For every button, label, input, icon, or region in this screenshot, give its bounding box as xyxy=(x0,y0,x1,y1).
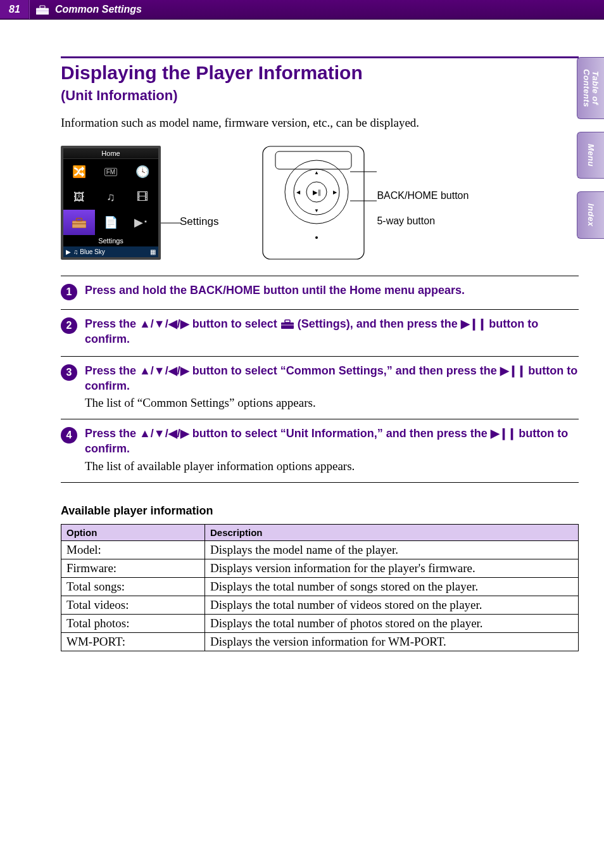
table-row: Total videos:Displays the total number o… xyxy=(61,596,579,614)
step-number: 3 xyxy=(61,364,77,381)
video-icon: 🎞 xyxy=(127,184,158,210)
option-cell: Model: xyxy=(61,540,205,559)
step: 4Press the ▲/▼/◀/▶ button to select “Uni… xyxy=(61,419,579,483)
svg-text:◀: ◀ xyxy=(296,189,301,195)
device-screen-illustration: Home 🔀 FM 🕓 🖼 ♫ 🎞 📄 xyxy=(61,146,161,260)
description-cell: Displays the total number of photos stor… xyxy=(205,614,579,632)
title-rule xyxy=(61,56,579,58)
step-instruction: Press the ▲/▼/◀/▶ button to select (Sett… xyxy=(85,316,579,347)
playlist-icon: 📄 xyxy=(95,210,127,235)
now-playing-track: ♫ Blue Sky xyxy=(73,248,105,255)
direction-buttons-icon: ▲/▼/◀/▶ xyxy=(139,427,189,440)
shuffle-icon: 🔀 xyxy=(63,159,95,184)
nowplaying-icon: ▶⠂ xyxy=(127,210,158,235)
music-icon: ♫ xyxy=(95,184,127,210)
option-cell: WM-PORT: xyxy=(61,632,205,651)
info-table: Option Description Model:Displays the mo… xyxy=(61,524,579,651)
play-pause-icon: ▶ ❙❙ xyxy=(491,427,516,440)
svg-rect-1 xyxy=(40,6,45,8)
table-header-description: Description xyxy=(205,524,579,540)
step: 1Press and hold the BACK/HOME button unt… xyxy=(61,276,579,309)
fm-icon: FM xyxy=(95,159,127,184)
svg-text:▶: ▶ xyxy=(333,189,337,195)
play-pause-icon: ▶ ❙❙ xyxy=(461,317,486,330)
screen-bottom-label: Settings xyxy=(63,235,158,246)
intro-text: Information such as model name, firmware… xyxy=(61,116,579,130)
figure-row: Home 🔀 FM 🕓 🖼 ♫ 🎞 📄 xyxy=(61,143,579,263)
toolbox-icon xyxy=(280,319,294,329)
info-table-body: Model:Displays the model name of the pla… xyxy=(61,540,579,651)
back-home-label: BACK/HOME button xyxy=(377,189,469,203)
option-cell: Total songs: xyxy=(61,577,205,596)
screen-top-label: Home xyxy=(63,148,158,159)
step-result: The list of available player information… xyxy=(85,459,579,473)
svg-text:▶∥: ▶∥ xyxy=(313,189,321,196)
description-cell: Displays the total number of videos stor… xyxy=(205,596,579,614)
svg-rect-21 xyxy=(285,320,290,322)
svg-point-19 xyxy=(315,236,318,239)
step-number: 4 xyxy=(61,427,77,444)
play-indicator-icon: ▶ xyxy=(66,248,71,255)
table-row: WM-PORT:Displays the version information… xyxy=(61,632,579,651)
description-cell: Displays the version information for WM-… xyxy=(205,632,579,651)
svg-text:▼: ▼ xyxy=(314,208,319,214)
table-row: Total photos:Displays the total number o… xyxy=(61,614,579,632)
battery-icon: ▦ xyxy=(150,248,156,255)
step-result: The list of “Common Settings” options ap… xyxy=(85,396,579,410)
page-subtitle: (Unit Information) xyxy=(61,87,579,104)
step-body: Press and hold the BACK/HOME button unti… xyxy=(85,283,579,300)
description-cell: Displays version information for the pla… xyxy=(205,559,579,577)
steps-list: 1Press and hold the BACK/HOME button unt… xyxy=(61,276,579,483)
device-callout-labels: BACK/HOME button 5-way button xyxy=(377,177,469,229)
direction-buttons-icon: ▲/▼/◀/▶ xyxy=(139,317,189,330)
page-content: Displaying the Player Information (Unit … xyxy=(0,20,604,677)
description-cell: Displays the model name of the player. xyxy=(205,540,579,559)
svg-rect-7 xyxy=(263,146,364,259)
direction-buttons-icon: ▲/▼/◀/▶ xyxy=(139,364,189,377)
step-number: 1 xyxy=(61,284,77,300)
step-instruction: Press the ▲/▼/◀/▶ button to select “Comm… xyxy=(85,363,579,394)
svg-rect-4 xyxy=(77,218,82,220)
svg-rect-20 xyxy=(281,322,294,329)
fiveway-label: 5-way button xyxy=(377,214,469,228)
now-playing-bar: ▶ ♫ Blue Sky ▦ xyxy=(63,246,158,257)
step-number: 2 xyxy=(61,317,77,334)
option-cell: Firmware: xyxy=(61,559,205,577)
step-body: Press the ▲/▼/◀/▶ button to select (Sett… xyxy=(85,316,579,347)
table-header-option: Option xyxy=(61,524,205,540)
page-header-bar: 81 Common Settings xyxy=(0,0,604,20)
svg-text:▲: ▲ xyxy=(314,170,319,176)
section-name: Common Settings xyxy=(55,4,142,15)
step-body: Press the ▲/▼/◀/▶ button to select “Unit… xyxy=(85,426,579,473)
toolbox-icon xyxy=(30,4,55,15)
svg-rect-3 xyxy=(72,221,86,228)
table-row: Firmware:Displays version information fo… xyxy=(61,559,579,577)
page-title: Displaying the Player Information xyxy=(61,62,579,84)
step-instruction: Press the ▲/▼/◀/▶ button to select “Unit… xyxy=(85,426,579,457)
page-number: 81 xyxy=(0,0,30,19)
clock-icon: 🕓 xyxy=(127,159,158,184)
svg-rect-0 xyxy=(36,8,49,15)
step-instruction: Press and hold the BACK/HOME button unti… xyxy=(85,283,579,298)
table-row: Total songs:Displays the total number of… xyxy=(61,577,579,596)
table-row: Model:Displays the model name of the pla… xyxy=(61,540,579,559)
option-cell: Total photos: xyxy=(61,614,205,632)
photo-icon: 🖼 xyxy=(63,184,95,210)
table-header-row: Option Description xyxy=(61,524,579,540)
step: 2Press the ▲/▼/◀/▶ button to select (Set… xyxy=(61,309,579,356)
settings-toolbox-icon xyxy=(63,210,95,235)
step-body: Press the ▲/▼/◀/▶ button to select “Comm… xyxy=(85,363,579,411)
callout-line xyxy=(161,143,205,263)
option-cell: Total videos: xyxy=(61,596,205,614)
step: 3Press the ▲/▼/◀/▶ button to select “Com… xyxy=(61,356,579,419)
settings-callout-label: Settings xyxy=(180,215,218,228)
device-outline-illustration: ▶∥ ▲ ▼ ◀ ▶ xyxy=(256,143,377,263)
play-pause-icon: ▶ ❙❙ xyxy=(500,364,525,377)
description-cell: Displays the total number of songs store… xyxy=(205,577,579,596)
table-heading: Available player information xyxy=(61,504,579,518)
